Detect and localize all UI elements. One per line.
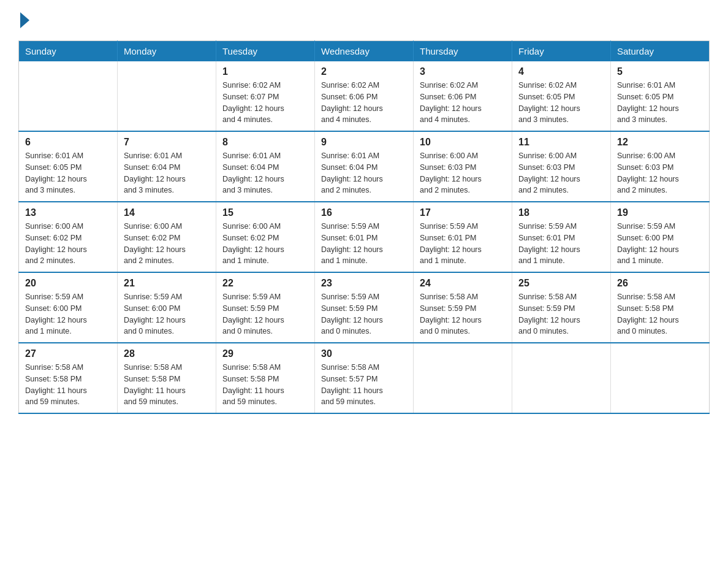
weekday-header-row: SundayMondayTuesdayWednesdayThursdayFrid… [19,41,710,62]
day-number: 9 [321,137,407,148]
calendar-header: SundayMondayTuesdayWednesdayThursdayFrid… [19,41,710,62]
day-number: 23 [321,278,407,289]
calendar-day [512,343,611,413]
weekday-header-saturday: Saturday [611,41,710,62]
day-number: 21 [124,278,210,289]
day-number: 3 [420,66,506,77]
calendar-day: 27Sunrise: 5:58 AM Sunset: 5:58 PM Dayli… [19,343,118,413]
calendar-day [118,61,216,131]
logo-triangle-icon [20,12,29,28]
day-info: Sunrise: 5:58 AM Sunset: 5:59 PM Dayligh… [518,291,604,337]
day-info: Sunrise: 6:00 AM Sunset: 6:03 PM Dayligh… [420,150,506,196]
day-number: 15 [222,207,308,218]
calendar-day: 10Sunrise: 6:00 AM Sunset: 6:03 PM Dayli… [414,131,512,202]
day-info: Sunrise: 5:59 AM Sunset: 6:00 PM Dayligh… [25,291,111,337]
day-info: Sunrise: 6:00 AM Sunset: 6:02 PM Dayligh… [124,221,210,267]
day-info: Sunrise: 6:02 AM Sunset: 6:06 PM Dayligh… [321,80,407,126]
day-info: Sunrise: 5:58 AM Sunset: 5:59 PM Dayligh… [420,291,506,337]
calendar-day: 4Sunrise: 6:02 AM Sunset: 6:05 PM Daylig… [512,61,611,131]
day-info: Sunrise: 5:58 AM Sunset: 5:57 PM Dayligh… [321,362,407,408]
day-info: Sunrise: 6:01 AM Sunset: 6:05 PM Dayligh… [617,80,703,126]
calendar-day: 12Sunrise: 6:00 AM Sunset: 6:03 PM Dayli… [611,131,710,202]
logo-general [18,12,29,28]
calendar-day: 5Sunrise: 6:01 AM Sunset: 6:05 PM Daylig… [611,61,710,131]
calendar-day: 8Sunrise: 6:01 AM Sunset: 6:04 PM Daylig… [216,131,315,202]
day-number: 29 [222,348,308,359]
calendar-day: 15Sunrise: 6:00 AM Sunset: 6:02 PM Dayli… [216,202,315,272]
week-row-4: 20Sunrise: 5:59 AM Sunset: 6:00 PM Dayli… [19,272,710,343]
logo [18,12,29,28]
calendar-day: 17Sunrise: 5:59 AM Sunset: 6:01 PM Dayli… [414,202,512,272]
day-info: Sunrise: 6:02 AM Sunset: 6:05 PM Dayligh… [518,80,604,126]
day-number: 12 [617,137,703,148]
weekday-header-wednesday: Wednesday [315,41,414,62]
calendar-day: 19Sunrise: 5:59 AM Sunset: 6:00 PM Dayli… [611,202,710,272]
calendar-day [19,61,118,131]
day-info: Sunrise: 6:00 AM Sunset: 6:02 PM Dayligh… [25,221,111,267]
day-info: Sunrise: 5:59 AM Sunset: 6:01 PM Dayligh… [420,221,506,267]
calendar-table: SundayMondayTuesdayWednesdayThursdayFrid… [18,40,710,414]
day-info: Sunrise: 5:59 AM Sunset: 6:01 PM Dayligh… [518,221,604,267]
day-number: 27 [25,348,111,359]
day-info: Sunrise: 5:59 AM Sunset: 6:00 PM Dayligh… [124,291,210,337]
calendar-day: 2Sunrise: 6:02 AM Sunset: 6:06 PM Daylig… [315,61,414,131]
day-info: Sunrise: 6:02 AM Sunset: 6:07 PM Dayligh… [222,80,308,126]
calendar-day: 3Sunrise: 6:02 AM Sunset: 6:06 PM Daylig… [414,61,512,131]
day-info: Sunrise: 5:59 AM Sunset: 6:01 PM Dayligh… [321,221,407,267]
day-info: Sunrise: 5:58 AM Sunset: 5:58 PM Dayligh… [124,362,210,408]
week-row-2: 6Sunrise: 6:01 AM Sunset: 6:05 PM Daylig… [19,131,710,202]
day-number: 4 [518,66,604,77]
day-number: 2 [321,66,407,77]
day-number: 14 [124,207,210,218]
calendar-day: 20Sunrise: 5:59 AM Sunset: 6:00 PM Dayli… [19,272,118,343]
day-info: Sunrise: 6:02 AM Sunset: 6:06 PM Dayligh… [420,80,506,126]
day-number: 25 [518,278,604,289]
day-number: 16 [321,207,407,218]
calendar-day [414,343,512,413]
calendar-day: 30Sunrise: 5:58 AM Sunset: 5:57 PM Dayli… [315,343,414,413]
weekday-header-friday: Friday [512,41,611,62]
week-row-3: 13Sunrise: 6:00 AM Sunset: 6:02 PM Dayli… [19,202,710,272]
day-number: 8 [222,137,308,148]
calendar-day: 16Sunrise: 5:59 AM Sunset: 6:01 PM Dayli… [315,202,414,272]
day-number: 1 [222,66,308,77]
calendar-day: 13Sunrise: 6:00 AM Sunset: 6:02 PM Dayli… [19,202,118,272]
day-number: 18 [518,207,604,218]
day-number: 24 [420,278,506,289]
weekday-header-sunday: Sunday [19,41,118,62]
calendar-day: 22Sunrise: 5:59 AM Sunset: 5:59 PM Dayli… [216,272,315,343]
day-info: Sunrise: 5:59 AM Sunset: 5:59 PM Dayligh… [321,291,407,337]
day-info: Sunrise: 6:01 AM Sunset: 6:04 PM Dayligh… [124,150,210,196]
day-number: 13 [25,207,111,218]
day-number: 20 [25,278,111,289]
week-row-5: 27Sunrise: 5:58 AM Sunset: 5:58 PM Dayli… [19,343,710,413]
day-number: 28 [124,348,210,359]
day-number: 6 [25,137,111,148]
day-number: 26 [617,278,703,289]
day-number: 19 [617,207,703,218]
day-info: Sunrise: 6:01 AM Sunset: 6:05 PM Dayligh… [25,150,111,196]
calendar-day: 6Sunrise: 6:01 AM Sunset: 6:05 PM Daylig… [19,131,118,202]
day-number: 22 [222,278,308,289]
calendar-day: 24Sunrise: 5:58 AM Sunset: 5:59 PM Dayli… [414,272,512,343]
calendar-day: 18Sunrise: 5:59 AM Sunset: 6:01 PM Dayli… [512,202,611,272]
day-number: 11 [518,137,604,148]
calendar-day: 28Sunrise: 5:58 AM Sunset: 5:58 PM Dayli… [118,343,216,413]
page-header [18,12,710,28]
calendar-day: 14Sunrise: 6:00 AM Sunset: 6:02 PM Dayli… [118,202,216,272]
day-info: Sunrise: 5:58 AM Sunset: 5:58 PM Dayligh… [617,291,703,337]
weekday-header-thursday: Thursday [414,41,512,62]
calendar-day: 25Sunrise: 5:58 AM Sunset: 5:59 PM Dayli… [512,272,611,343]
day-info: Sunrise: 5:59 AM Sunset: 5:59 PM Dayligh… [222,291,308,337]
day-number: 10 [420,137,506,148]
weekday-header-tuesday: Tuesday [216,41,315,62]
calendar-day: 21Sunrise: 5:59 AM Sunset: 6:00 PM Dayli… [118,272,216,343]
day-number: 17 [420,207,506,218]
weekday-header-monday: Monday [118,41,216,62]
calendar-day: 29Sunrise: 5:58 AM Sunset: 5:58 PM Dayli… [216,343,315,413]
calendar-day: 9Sunrise: 6:01 AM Sunset: 6:04 PM Daylig… [315,131,414,202]
day-info: Sunrise: 5:58 AM Sunset: 5:58 PM Dayligh… [25,362,111,408]
day-info: Sunrise: 6:00 AM Sunset: 6:02 PM Dayligh… [222,221,308,267]
calendar-day [611,343,710,413]
week-row-1: 1Sunrise: 6:02 AM Sunset: 6:07 PM Daylig… [19,61,710,131]
